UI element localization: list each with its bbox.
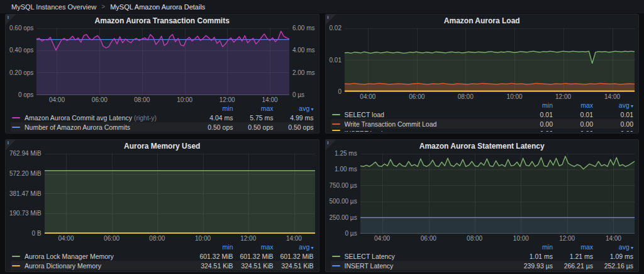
- legend-sort-min[interactable]: min: [193, 105, 233, 112]
- legend-sort-avg[interactable]: avg: [274, 243, 314, 251]
- x-axis: 04:0006:0008:0010:0012:0014:00: [45, 234, 315, 242]
- panel-title[interactable]: Amazon Aurora Load: [326, 14, 639, 27]
- legend-value-avg: 0.00: [593, 120, 633, 128]
- panel-transaction-commits: i Amazon Aurora Transaction Commits 0.60…: [5, 14, 319, 134]
- series-label[interactable]: Aurora Lock Manager Memory: [25, 253, 193, 260]
- legend-sort-max[interactable]: max: [233, 243, 274, 251]
- legend-row[interactable]: INSERT Latency239.93 µs266.21 µs252.16 µ…: [331, 261, 634, 270]
- x-tick-label: 14:00: [606, 235, 621, 242]
- plot-area: 0.60 ops0.40 ops0.20 ops0 ops 04:0006:00…: [6, 27, 319, 103]
- legend: min max avg SELECT Latency1.01 ms1.21 ms…: [326, 242, 639, 271]
- legend-value-min: 0.00: [513, 120, 553, 128]
- legend-value-min: 601.32 MiB: [193, 253, 233, 260]
- legend-value-avg: 252.16 µs: [593, 262, 633, 270]
- x-tick-label: 06:00: [92, 96, 108, 103]
- panel-statement-latency: i Amazon Aurora Statement Latency 1.25 m…: [325, 139, 640, 272]
- panel-info-corner[interactable]: i: [6, 140, 16, 150]
- info-icon: i: [8, 14, 9, 20]
- legend-row[interactable]: SELECT load0.010.010.01: [331, 110, 634, 119]
- series-label[interactable]: INSERT Latency: [345, 262, 513, 270]
- x-tick-label: 12:00: [559, 235, 575, 242]
- series-label[interactable]: Aurora Dictionary Memory: [25, 262, 193, 270]
- info-icon: i: [328, 14, 329, 20]
- info-icon: i: [8, 140, 9, 146]
- legend-sort-max[interactable]: max: [553, 243, 593, 251]
- x-tick-label: 04:00: [360, 93, 375, 100]
- x-tick-label: 08:00: [149, 235, 165, 242]
- x-tick-label: 04:00: [374, 235, 390, 242]
- legend-value-avg: 0.01: [593, 111, 633, 118]
- chart-canvas[interactable]: [36, 28, 289, 95]
- legend-row[interactable]: Amazon Aurora Commit avg Latency (right-…: [11, 113, 314, 122]
- series-label[interactable]: SELECT load: [345, 111, 513, 118]
- series-color-icon: [12, 117, 20, 118]
- legend-row[interactable]: INSERT load0.000.000.00: [331, 128, 634, 132]
- chart-canvas[interactable]: [360, 154, 635, 234]
- legend-value-avg: 0.50 ops: [274, 123, 314, 131]
- legend-row[interactable]: Aurora Dictionary Memory324.51 KiB324.51…: [11, 261, 314, 270]
- legend-row[interactable]: SELECT Latency1.01 ms1.21 ms1.09 ms: [331, 251, 634, 261]
- panel-aurora-load: i Amazon Aurora Load 0.020.010 04:0006:0…: [325, 14, 640, 134]
- legend-value-max: 1.21 ms: [553, 253, 593, 260]
- panel-title[interactable]: Amazon Aurora Statement Latency: [326, 140, 639, 152]
- panel-title[interactable]: Amazon Aurora Transaction Commits: [6, 14, 319, 27]
- chart-canvas[interactable]: [45, 154, 315, 234]
- legend-header: min max avg: [331, 101, 634, 110]
- legend-sort-min[interactable]: min: [513, 243, 553, 251]
- legend-value-avg: 0.00: [593, 130, 633, 132]
- panel-info-corner[interactable]: i: [326, 14, 336, 25]
- breadcrumb-item-overview[interactable]: MySQL Instances Overview: [11, 3, 96, 11]
- legend-value-min: 0.01: [513, 111, 553, 118]
- breadcrumb-item-current: MySQL Amazon Aurora Details: [110, 3, 205, 11]
- legend-header: min max avg: [11, 104, 314, 113]
- legend-row[interactable]: Write Transaction Commit Load0.000.000.0…: [331, 119, 634, 128]
- y-axis-left: 0.60 ops0.40 ops0.20 ops0 ops: [9, 28, 36, 103]
- series-label[interactable]: INSERT load: [345, 130, 513, 132]
- legend-sort-min[interactable]: min: [193, 243, 233, 251]
- panel-info-corner[interactable]: i: [6, 14, 16, 25]
- y-axis-right: 6.00 ms4.00 ms2.00 ms0 µs: [289, 28, 315, 103]
- legend-sort-max[interactable]: max: [553, 101, 593, 109]
- legend-value-max: 601.32 MiB: [233, 253, 274, 260]
- series-label[interactable]: Write Transaction Commit Load: [345, 120, 513, 128]
- y-axis-left: 0.020.010: [330, 28, 345, 100]
- breadcrumb: MySQL Instances Overview > MySQL Amazon …: [0, 0, 644, 13]
- series-label[interactable]: Number of Amazon Aurora Commits: [25, 123, 193, 131]
- panel-title[interactable]: Aurora Memory Used: [6, 140, 319, 152]
- x-tick-label: 10:00: [513, 235, 529, 242]
- series-color-icon: [12, 256, 20, 257]
- x-tick-label: 12:00: [555, 93, 571, 100]
- x-tick-label: 06:00: [421, 235, 436, 242]
- legend-row[interactable]: Aurora Lock Manager Memory601.32 MiB601.…: [11, 251, 314, 261]
- legend-row[interactable]: Number of Amazon Aurora Commits0.50 ops0…: [11, 122, 314, 132]
- legend-value-max: 0.00: [553, 120, 593, 128]
- series-label[interactable]: Amazon Aurora Commit avg Latency (right-…: [25, 114, 193, 122]
- x-tick-label: 04:00: [49, 96, 65, 103]
- x-tick-label: 08:00: [458, 93, 474, 100]
- x-tick-label: 04:00: [58, 235, 74, 242]
- series-label[interactable]: SELECT Latency: [345, 253, 513, 260]
- legend-sort-avg[interactable]: avg: [593, 101, 633, 109]
- legend-value-avg: 4.99 ms: [274, 114, 314, 122]
- x-axis: 04:0006:0008:0010:0012:0014:00: [345, 92, 635, 100]
- y-axis-left: 762.94 MiB572.20 MiB381.47 MiB190.73 MiB…: [9, 154, 45, 242]
- legend-sort-min[interactable]: min: [513, 101, 553, 109]
- x-tick-label: 14:00: [604, 93, 620, 100]
- x-tick-label: 06:00: [104, 235, 119, 242]
- x-tick-label: 10:00: [507, 93, 523, 100]
- x-tick-label: 12:00: [219, 96, 235, 103]
- legend-value-avg: 1.09 ms: [593, 253, 633, 260]
- panel-info-corner[interactable]: i: [326, 140, 336, 150]
- series-color-icon: [332, 114, 340, 115]
- legend-sort-max[interactable]: max: [233, 105, 274, 112]
- chart-canvas[interactable]: [345, 28, 635, 92]
- legend: min max avg Aurora Lock Manager Memory60…: [6, 242, 319, 271]
- legend: min max avg SELECT load0.010.010.01Write…: [326, 100, 639, 133]
- legend-value-avg: 601.32 MiB: [274, 253, 314, 260]
- panel-memory-used: i Aurora Memory Used 762.94 MiB572.20 Mi…: [5, 139, 319, 272]
- legend-sort-avg[interactable]: avg: [593, 243, 633, 251]
- legend-value-min: 0.50 ops: [193, 123, 233, 131]
- legend-sort-avg[interactable]: avg: [274, 105, 314, 112]
- y-axis-left: 1.25 ms1.00 ms750.00 µs500.00 µs250.00 µ…: [330, 154, 360, 242]
- legend: min max avg Amazon Aurora Commit avg Lat…: [6, 103, 319, 133]
